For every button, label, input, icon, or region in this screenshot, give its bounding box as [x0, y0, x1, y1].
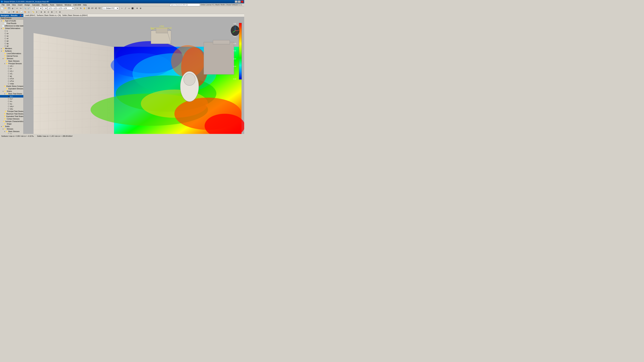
- nav-pin-icon[interactable]: 📌: [19, 14, 21, 16]
- tree-item-11[interactable]: ▸📁Members: [0, 47, 23, 50]
- tree-item-34[interactable]: γxy,+: [0, 105, 23, 108]
- tree-item-12[interactable]: ▾📁Surfaces: [0, 50, 23, 52]
- tb-save[interactable]: 💾: [8, 6, 11, 10]
- tb-surface[interactable]: ▭: [127, 6, 131, 10]
- tb-yz-view[interactable]: YZ: [98, 6, 101, 10]
- tree-item-32[interactable]: εx,-: [0, 100, 23, 103]
- tb-solid[interactable]: ⬛: [131, 6, 134, 10]
- tree-item-28[interactable]: ▾📁Strains: [0, 90, 23, 92]
- tree-item-37[interactable]: 📁Maximum Total Strains: [0, 113, 23, 115]
- tb-box-select[interactable]: ⬜: [4, 10, 7, 13]
- tree-item-25[interactable]: τmax: [0, 82, 23, 85]
- tree-item-5[interactable]: ux: [0, 32, 23, 35]
- menu-calculate[interactable]: Calculate: [31, 4, 41, 6]
- tb-clipping[interactable]: ✂: [55, 10, 58, 13]
- tb-measure[interactable]: 📏: [32, 10, 35, 13]
- tree-item-36[interactable]: 📁Principal Total Strains: [0, 110, 23, 113]
- lc-combo-co2[interactable]: CO2: [42, 7, 48, 10]
- tb-node[interactable]: •: [120, 6, 124, 10]
- tree-item-22[interactable]: φc: [0, 75, 23, 77]
- viewport-panel[interactable]: Loads [kN/m²] Surfaces | Basic Strains ε…: [24, 14, 244, 134]
- tb-print[interactable]: 🖨: [11, 6, 14, 10]
- search-input[interactable]: [170, 3, 200, 6]
- close-button[interactable]: ×: [241, 0, 244, 3]
- tree-item-13[interactable]: 📁Local Deformations: [0, 52, 23, 55]
- tree-item-45[interactable]: σx: [0, 133, 23, 134]
- tb-wire[interactable]: ⊞: [139, 6, 142, 10]
- menu-cad-bim[interactable]: CAD-BIM: [72, 4, 82, 6]
- tb-redo[interactable]: ↪: [19, 6, 22, 10]
- menu-insert[interactable]: Insert: [17, 4, 24, 6]
- tb-snap3[interactable]: ⊙: [46, 10, 50, 13]
- tree-item-20[interactable]: σ1,+: [0, 70, 23, 72]
- tree-item-6[interactable]: uy: [0, 35, 23, 37]
- title-bar-buttons[interactable]: _ □ ×: [235, 0, 244, 3]
- tb-zoom-all[interactable]: ⬜: [30, 6, 34, 10]
- tb-snap4[interactable]: ⊞: [50, 10, 54, 13]
- tree-item-33[interactable]: εy,-: [0, 103, 23, 105]
- tree-item-9[interactable]: φy: [0, 42, 23, 45]
- menu-results[interactable]: Results: [41, 4, 49, 6]
- tree-item-17[interactable]: ▾📁Principal Stresses: [0, 62, 23, 65]
- tree-item-8[interactable]: φx: [0, 40, 23, 42]
- tb-info[interactable]: ℹ: [35, 10, 38, 13]
- tree-item-18[interactable]: σ2,+: [0, 65, 23, 67]
- maximize-button[interactable]: □: [238, 0, 240, 3]
- tree-item-44[interactable]: ▾📁Basic Stresses: [0, 130, 23, 133]
- tb-fence[interactable]: ⌀: [8, 10, 11, 13]
- tree-item-4[interactable]: u: [0, 30, 23, 32]
- tb-snap2[interactable]: ⊗: [43, 10, 46, 13]
- tree-item-21[interactable]: σ1,-: [0, 72, 23, 75]
- tree-item-42[interactable]: ▾📁Solids: [0, 125, 23, 128]
- tree-item-15[interactable]: ▾📁Stresses: [0, 57, 23, 60]
- menu-window[interactable]: Window: [64, 4, 72, 6]
- menu-help[interactable]: Help: [82, 4, 88, 6]
- menu-view[interactable]: View: [11, 4, 17, 6]
- menu-file[interactable]: File: [1, 4, 6, 6]
- tree-item-2[interactable]: 📄Differences to initial state: [0, 25, 23, 27]
- tree-item-38[interactable]: 📁Equivalent Total Strains: [0, 115, 23, 118]
- menu-options[interactable]: Options: [55, 4, 64, 6]
- tb-open[interactable]: 📂: [4, 6, 7, 10]
- tb-rotate[interactable]: ↻: [79, 6, 82, 10]
- tree-item-0[interactable]: ▾📁Type of results: [0, 19, 23, 22]
- tb-section-cut[interactable]: ⊟: [58, 10, 62, 13]
- tb-display[interactable]: 📊: [20, 10, 23, 13]
- tree-item-41[interactable]: 📁Shape: [0, 123, 23, 125]
- tb-color[interactable]: 🎨: [24, 10, 27, 13]
- tree-item-16[interactable]: 📁Basic Stresses: [0, 60, 23, 62]
- menu-assign[interactable]: Assign: [24, 4, 31, 6]
- menu-edit[interactable]: Edit: [6, 4, 11, 6]
- tree-item-1[interactable]: 📄Final Results: [0, 22, 23, 25]
- coord-system-combo[interactable]: 1 - Global XYZ: [102, 7, 119, 10]
- tree-item-29[interactable]: ▾📁Basic Total Strains: [0, 92, 23, 95]
- scene-canvas[interactable]: 1.75.00 80.00: [24, 17, 244, 134]
- tree-item-7[interactable]: uz: [0, 37, 23, 40]
- tb-undo[interactable]: ↩: [16, 6, 19, 10]
- tree-item-14[interactable]: 📁Internal Forces: [0, 55, 23, 57]
- tb-xy-view[interactable]: XY: [91, 6, 94, 10]
- tb-xz-view[interactable]: XZ: [94, 6, 98, 10]
- tb-3d-view[interactable]: 3D: [87, 6, 90, 10]
- tree-item-19[interactable]: σ+: [0, 67, 23, 70]
- tree-item-27[interactable]: 📁Equivalent Stresses: [0, 87, 23, 90]
- lc-combo-sc[interactable]: S:C: [35, 7, 42, 10]
- tb-pan[interactable]: ✋: [83, 6, 86, 10]
- minimize-button[interactable]: _: [235, 0, 238, 3]
- tb-new[interactable]: 📄: [0, 6, 4, 10]
- tree-item-26[interactable]: 📁Elastic Stress Components: [0, 85, 23, 87]
- tb-render[interactable]: ⚙: [135, 6, 139, 10]
- tree-item-43[interactable]: ▾📁Stresses: [0, 128, 23, 130]
- tree-item-3[interactable]: ▾📁Global Deformations: [0, 27, 23, 30]
- tb-line[interactable]: ╱: [124, 6, 127, 10]
- tb-select[interactable]: ↖: [76, 6, 79, 10]
- nav-close-icon[interactable]: ×: [22, 14, 23, 16]
- tree-item-40[interactable]: 📁Isotropic Characteristics: [0, 120, 23, 123]
- tree-item-10[interactable]: φz: [0, 45, 23, 47]
- tree-item-24[interactable]: σT,m: [0, 80, 23, 82]
- tb-transparency[interactable]: ◻: [27, 10, 30, 13]
- tree-item-31[interactable]: εy,+: [0, 97, 23, 100]
- tb-zoom-in[interactable]: 🔍: [24, 6, 27, 10]
- tb-zoom-out[interactable]: 🔎: [27, 6, 30, 10]
- tb-show-all[interactable]: 👁: [12, 10, 15, 13]
